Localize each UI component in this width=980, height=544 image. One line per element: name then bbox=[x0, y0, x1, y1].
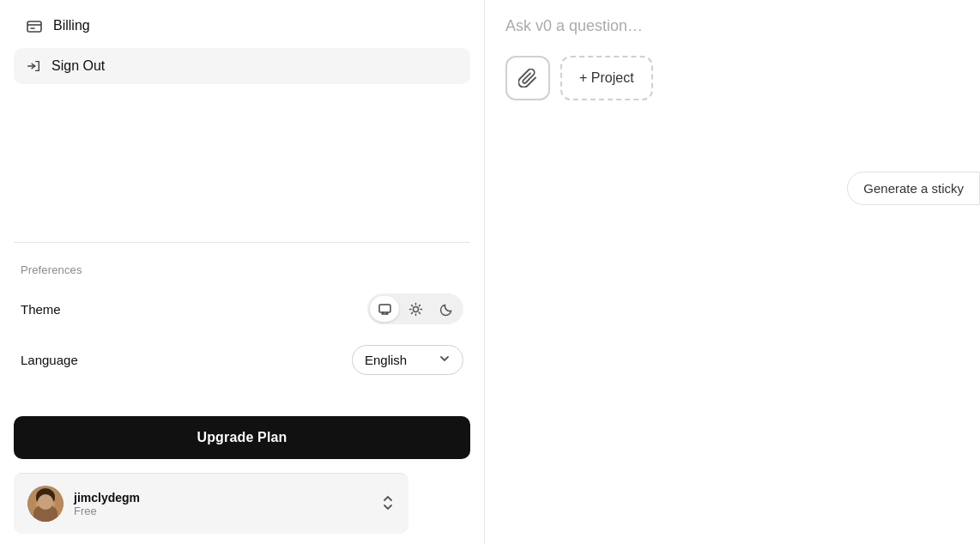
project-btn-label: + Project bbox=[579, 70, 634, 86]
menu-section: Billing Sign Out bbox=[0, 0, 484, 235]
attach-button[interactable] bbox=[505, 56, 550, 100]
theme-dark-btn[interactable] bbox=[432, 296, 461, 322]
user-info: jimclydegm Free bbox=[74, 491, 371, 517]
avatar-image bbox=[27, 486, 64, 522]
sticky-suggestion-text: Generate a sticky bbox=[863, 181, 964, 196]
chevron-down-icon bbox=[439, 353, 451, 367]
svg-rect-1 bbox=[379, 305, 390, 312]
preferences-section: Preferences Theme bbox=[0, 250, 484, 416]
preferences-heading: Preferences bbox=[21, 263, 463, 276]
theme-light-btn[interactable] bbox=[401, 296, 430, 322]
upgrade-btn-wrapper: Upgrade Plan bbox=[0, 416, 484, 473]
ask-placeholder: Ask v0 a question… bbox=[505, 17, 959, 35]
user-plan: Free bbox=[74, 505, 371, 517]
theme-toggle bbox=[367, 293, 463, 324]
language-label: Language bbox=[21, 353, 78, 367]
avatar bbox=[27, 486, 64, 522]
divider bbox=[14, 242, 470, 243]
svg-point-14 bbox=[33, 513, 57, 522]
chat-area: Ask v0 a question… + Project bbox=[485, 0, 980, 544]
language-value: English bbox=[365, 353, 407, 367]
sign-out-label: Sign Out bbox=[51, 58, 105, 74]
svg-point-13 bbox=[38, 496, 53, 513]
action-row: + Project bbox=[505, 56, 959, 100]
svg-rect-0 bbox=[27, 21, 41, 32]
language-row: Language English bbox=[21, 345, 463, 375]
sticky-suggestion[interactable]: Generate a sticky bbox=[847, 172, 980, 205]
user-name: jimclydegm bbox=[74, 491, 371, 505]
upgrade-plan-button[interactable]: Upgrade Plan bbox=[14, 416, 470, 459]
billing-menu-item[interactable]: Billing bbox=[14, 7, 470, 45]
sign-out-icon bbox=[26, 58, 41, 74]
billing-icon bbox=[26, 17, 43, 34]
project-button[interactable]: + Project bbox=[560, 56, 653, 100]
svg-line-7 bbox=[411, 305, 412, 305]
sign-out-menu-item[interactable]: Sign Out bbox=[14, 48, 470, 84]
svg-point-2 bbox=[413, 306, 418, 311]
expand-icon bbox=[381, 494, 395, 514]
left-panel: Billing Sign Out Preferences Them bbox=[0, 0, 485, 544]
svg-point-16 bbox=[51, 502, 56, 507]
svg-line-8 bbox=[419, 312, 420, 313]
right-panel: Ask v0 a question… + Project Generate a … bbox=[485, 0, 980, 544]
billing-label: Billing bbox=[53, 18, 90, 33]
svg-point-15 bbox=[36, 502, 40, 507]
theme-label: Theme bbox=[21, 302, 61, 317]
theme-system-btn[interactable] bbox=[370, 296, 399, 322]
language-select[interactable]: English bbox=[352, 345, 463, 375]
svg-line-9 bbox=[419, 305, 420, 305]
svg-line-10 bbox=[411, 312, 412, 313]
user-footer[interactable]: jimclydegm Free bbox=[14, 473, 408, 534]
theme-row: Theme bbox=[21, 293, 463, 324]
